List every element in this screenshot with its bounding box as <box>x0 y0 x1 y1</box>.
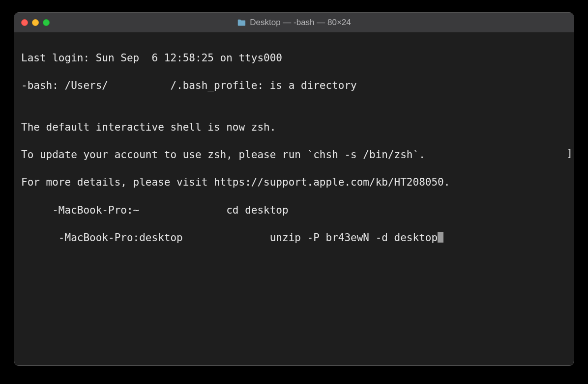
terminal-line: To update your account to use zsh, pleas… <box>21 148 567 162</box>
cursor-icon <box>438 232 443 243</box>
terminal-line: -MacBook-Pro:~ cd desktop <box>21 203 567 217</box>
window-title-container: Desktop — -bash — 80×24 <box>237 18 351 27</box>
minimize-icon[interactable] <box>32 19 39 26</box>
terminal-window: Desktop — -bash — 80×24 Last login: Sun … <box>14 12 574 366</box>
terminal-body[interactable]: Last login: Sun Sep 6 12:58:25 on ttys00… <box>14 32 574 365</box>
window-title: Desktop — -bash — 80×24 <box>250 18 351 27</box>
folder-icon <box>237 19 246 27</box>
scroll-indicator: ] <box>566 146 573 160</box>
maximize-icon[interactable] <box>43 19 50 26</box>
terminal-line: Last login: Sun Sep 6 12:58:25 on ttys00… <box>21 51 567 65</box>
terminal-line: -bash: /Users/ /.bash_profile: is a dire… <box>21 79 567 92</box>
traffic-lights <box>21 19 50 26</box>
terminal-line: For more details, please visit https://s… <box>21 175 567 189</box>
titlebar[interactable]: Desktop — -bash — 80×24 <box>14 13 574 32</box>
terminal-current-line: -MacBook-Pro:desktop unzip -P br43ewN -d… <box>21 231 567 245</box>
terminal-line: The default interactive shell is now zsh… <box>21 120 567 134</box>
close-icon[interactable] <box>21 19 28 26</box>
terminal-text: -MacBook-Pro:desktop unzip -P br43ewN -d… <box>21 232 438 244</box>
